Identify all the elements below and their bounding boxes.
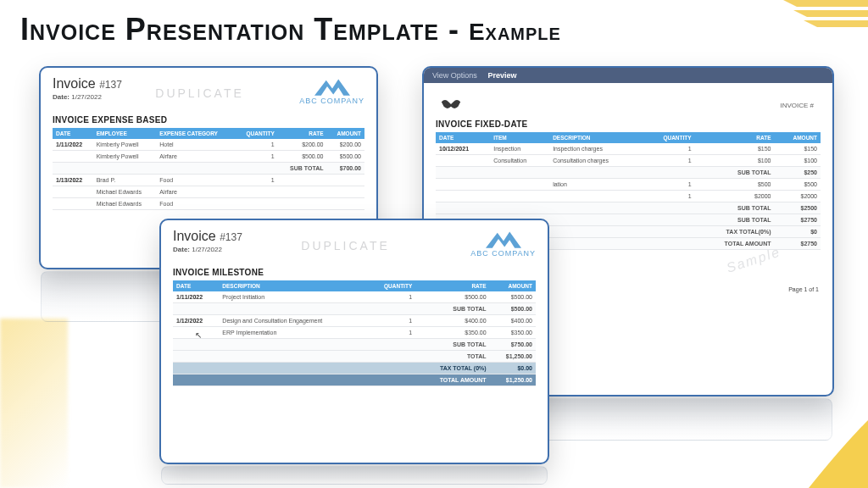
- tab-bar: View Options Preview: [424, 68, 832, 83]
- section-label: INVOICE MILESTONE: [173, 268, 536, 277]
- table-row: Michael EdwardsAirfare: [53, 186, 364, 198]
- table-row: ERP Implementation1$350.00$350.00: [173, 327, 536, 339]
- invoice-milestone-panel: DUPLICATE Invoice #137 Date: 1/27/2022 A…: [159, 219, 549, 464]
- grand-total-row: TOTAL AMOUNT$1,250.00: [173, 374, 536, 386]
- milestone-table: DATEDESCRIPTION QUANTITYRATEAMOUNT 1/11/…: [173, 280, 536, 386]
- invoice-date: Date: 1/27/2022: [53, 93, 122, 101]
- total-row: TOTAL$1,250.00: [173, 351, 536, 363]
- section-label: INVOICE FIXED-DATE: [436, 119, 821, 129]
- table-row: 1/11/2022Project Initiation1$500.00$500.…: [173, 291, 536, 303]
- section-label: INVOICE EXPENSE BASED: [53, 115, 364, 125]
- table-row: 10/12/2021InspectionInspection charges1$…: [436, 143, 821, 155]
- invoice-number-label: INVOICE #: [436, 102, 814, 109]
- duplicate-watermark: DUPLICATE: [301, 239, 390, 252]
- table-row: 1/13/2022Brad P.Food1: [53, 175, 364, 186]
- invoice-title: Invoice #137: [173, 229, 242, 244]
- tax-row: TAX TOTAL (0%)$0.00: [173, 363, 536, 374]
- subtotal-row: SUB TOTAL$500.00: [173, 303, 536, 315]
- table-row: 1$2000$2000: [436, 191, 821, 202]
- table-row: ConsultationConsultation charges1$100$10…: [436, 155, 821, 167]
- subtotal-row: SUB TOTAL$250: [436, 167, 821, 179]
- table-row: 1/12/2022Design and Consultation Engagem…: [173, 315, 536, 327]
- reflection: [161, 466, 548, 485]
- page-title: Invoice Presentation Template - Example: [20, 12, 868, 47]
- cursor-icon: ↖: [195, 330, 202, 340]
- invoice-title: Invoice #137: [53, 76, 122, 92]
- duplicate-watermark: DUPLICATE: [155, 86, 244, 100]
- table-row: lation1$500$500: [436, 179, 821, 191]
- tab-preview[interactable]: Preview: [487, 71, 516, 80]
- subtotal-row: SUB TOTAL$700.00: [53, 163, 364, 175]
- tab-view-options[interactable]: View Options: [432, 71, 477, 80]
- invoice-date: Date: 1/27/2022: [173, 246, 242, 253]
- table-row: Kimberly PowellAirfare1$500.00$500.00: [53, 151, 364, 163]
- subtotal-row: SUB TOTAL$2500: [436, 202, 821, 214]
- table-row: Michael EdwardsFood: [53, 198, 364, 210]
- subtotal-row: SUB TOTAL$750.00: [173, 339, 536, 351]
- company-logo: ABC COMPANY: [470, 229, 536, 258]
- company-logo: ABC COMPANY: [299, 76, 364, 105]
- expense-table: DATEEMPLOYEEEXPENSE CATEGORY QUANTITYRAT…: [53, 128, 364, 210]
- table-row: 1/11/2022Kimberly PowellHotel1$200.00$20…: [53, 139, 364, 151]
